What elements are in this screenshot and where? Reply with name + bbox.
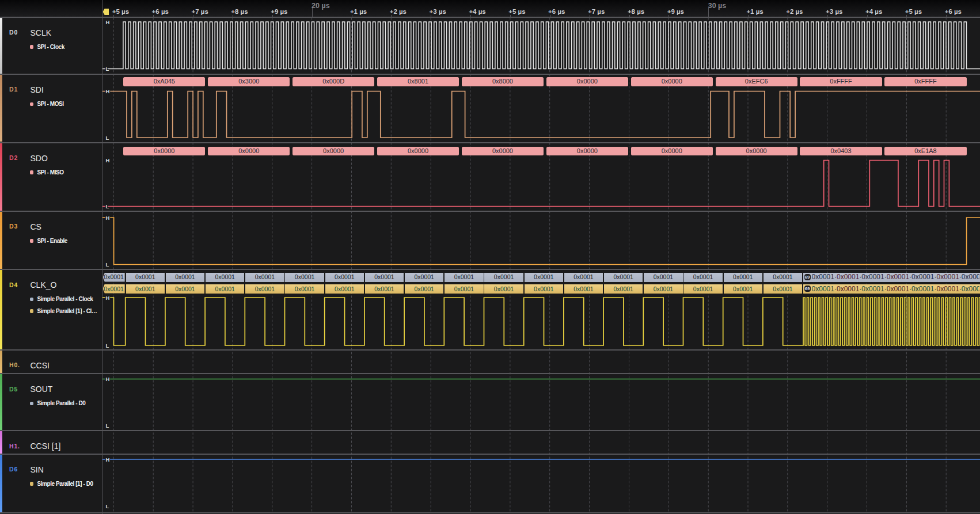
svg-text:L: L xyxy=(106,342,109,349)
svg-text:H: H xyxy=(106,456,110,463)
svg-text:L: L xyxy=(106,503,109,509)
svg-text:L: L xyxy=(106,261,109,268)
svg-text:L: L xyxy=(106,422,109,429)
svg-text:H: H xyxy=(106,157,110,163)
svg-text:L: L xyxy=(106,66,109,72)
svg-text:H: H xyxy=(106,376,110,382)
svg-text:H: H xyxy=(106,215,110,221)
svg-text:H: H xyxy=(106,19,110,25)
svg-text:L: L xyxy=(106,135,109,141)
svg-text:H: H xyxy=(106,295,110,301)
svg-text:L: L xyxy=(106,203,109,210)
svg-text:H: H xyxy=(106,88,110,94)
